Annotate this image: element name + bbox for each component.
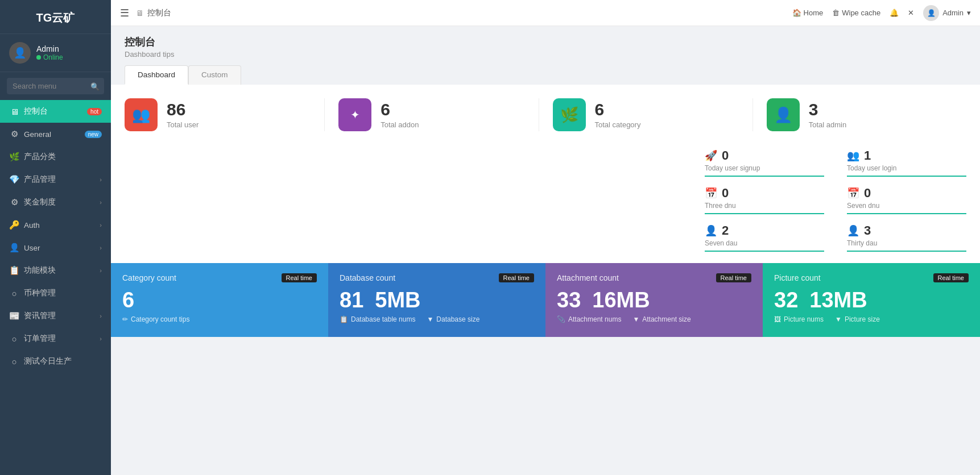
dashboard-icon: 🖥	[9, 107, 19, 116]
card-num-picture-size: 13MB	[809, 289, 867, 311]
card-num-database: 81	[340, 289, 363, 311]
card-footer-label: Attachment nums	[568, 315, 621, 323]
card-num-attachment: 33	[557, 289, 581, 311]
tab-dashboard[interactable]: Dashboard	[125, 65, 188, 85]
card-footer-label: Database size	[436, 315, 479, 323]
stats-row: 👥 86 Total user ✦ 6 Total addon �	[125, 98, 966, 131]
three-dnu-number: 0	[722, 186, 729, 201]
sidebar: TG云矿 👤 Admin Online 🔍 🖥 控制台 hot ⚙ Genera…	[0, 0, 111, 475]
sidebar-item-test-today[interactable]: ○ 测试今日生产	[0, 350, 111, 373]
arrow-icon: ›	[100, 312, 102, 319]
card-title-category: Category count	[122, 273, 176, 282]
status-dot	[36, 55, 41, 60]
sidebar-item-label: 资讯管理	[24, 311, 56, 321]
card-title-picture: Picture count	[774, 273, 821, 282]
function-module-icon: 📋	[9, 265, 19, 276]
topbar-icon1[interactable]: 🔔	[890, 9, 899, 17]
card-footer-label: Attachment size	[642, 315, 690, 323]
mini-stat-today-signup: 🚀 0 Today user signup	[705, 148, 824, 177]
stat-label-admin: Total admin	[809, 120, 846, 129]
stat-card-users: 👥 86 Total user	[125, 98, 325, 131]
login-number: 1	[864, 148, 871, 163]
card-num-category: 6	[122, 289, 134, 311]
content-area: 控制台 Dashboard tips Dashboard Custom 👥 86…	[111, 26, 980, 475]
sidebar-item-currency[interactable]: ○ 币种管理	[0, 282, 111, 305]
card-footer-database-size: ▼ Database size	[427, 315, 479, 323]
filter2-icon: ▼	[632, 315, 639, 323]
card-num-attachment-size: 16MB	[592, 289, 650, 311]
sidebar-item-user[interactable]: 👤 User ›	[0, 236, 111, 259]
stat-label-users: Total user	[167, 120, 199, 129]
general-icon: ⚙	[9, 129, 19, 139]
bonus-icon: ⚙	[9, 197, 19, 207]
main-area: ☰ 🖥 控制台 🏠 Home 🗑 Wipe cache 🔔 ✕ 👤 Admin …	[111, 0, 980, 475]
hot-badge: hot	[87, 108, 102, 115]
test-today-icon: ○	[9, 357, 19, 366]
new-badge: new	[85, 131, 102, 138]
wipe-cache-label: Wipe cache	[842, 9, 880, 17]
sidebar-item-order[interactable]: ○ 订单管理 ›	[0, 327, 111, 350]
sidebar-item-label: General	[24, 130, 51, 139]
app-logo: TG云矿	[0, 0, 111, 34]
sidebar-item-label: 订单管理	[24, 334, 56, 344]
sidebar-item-auth[interactable]: 🔑 Auth ›	[0, 214, 111, 236]
mini-stats-grid: 🚀 0 Today user signup 👥 1 Today user log…	[705, 148, 966, 252]
search-container: 🔍	[7, 78, 104, 94]
sidebar-item-general[interactable]: ⚙ General new	[0, 123, 111, 145]
signup-number: 0	[722, 148, 729, 163]
bottom-card-category: Category count Real time 6 ✏ Category co…	[111, 263, 328, 337]
home-link[interactable]: 🏠 Home	[792, 9, 824, 17]
card-footer-picture-size: ▼ Picture size	[835, 315, 880, 323]
dashboard-body: 👥 86 Total user ✦ 6 Total addon �	[111, 85, 980, 337]
thirty-dau-icon: 👤	[847, 224, 859, 237]
admin-user[interactable]: 👤 Admin ▾	[923, 5, 971, 21]
breadcrumb: 🖥 控制台	[136, 8, 171, 18]
seven-dau-number: 2	[722, 223, 729, 238]
sidebar-item-label: 测试今日生产	[24, 356, 72, 366]
sidebar-item-function-module[interactable]: 📋 功能模块 ›	[0, 259, 111, 282]
realtime-badge-database: Real time	[499, 273, 534, 282]
filter3-icon: ▼	[835, 315, 842, 323]
sidebar-item-label: 控制台	[24, 106, 48, 116]
three-dnu-label: Three dnu	[705, 202, 824, 210]
mini-stat-seven-dnu: 📅 0 Seven dnu	[847, 186, 966, 214]
stat-number-admin: 3	[809, 101, 846, 118]
order-icon: ○	[9, 334, 19, 344]
card-num-database-size: 5MB	[375, 289, 420, 311]
search-input[interactable]	[7, 78, 104, 94]
news-icon: 📰	[9, 311, 19, 321]
attachment-icon: 📎	[557, 315, 565, 323]
mini-stat-today-login: 👥 1 Today user login	[847, 148, 966, 177]
seven-dnu-number: 0	[864, 186, 871, 201]
home-label: Home	[804, 9, 824, 17]
sidebar-item-dashboard[interactable]: 🖥 控制台 hot	[0, 100, 111, 123]
mini-stat-thirty-dau: 👤 3 Thirty dau	[847, 223, 966, 252]
card-footer-label: Picture nums	[784, 315, 824, 323]
realtime-badge-attachment: Real time	[716, 273, 751, 282]
sidebar-item-product-manage[interactable]: 💎 产品管理 ›	[0, 168, 111, 191]
sidebar-item-label: 产品分类	[24, 152, 56, 162]
card-footer-attachment-nums: 📎 Attachment nums	[557, 315, 621, 323]
tab-custom[interactable]: Custom	[188, 65, 241, 85]
card-footer-attachment-size: ▼ Attachment size	[632, 315, 690, 323]
stat-label-addon: Total addon	[381, 120, 419, 129]
sidebar-item-news[interactable]: 📰 资讯管理 ›	[0, 305, 111, 327]
sidebar-item-label: User	[24, 244, 40, 252]
page-title: 控制台	[125, 35, 966, 49]
menu-toggle-button[interactable]: ☰	[120, 7, 129, 19]
dropdown-icon: ▾	[967, 9, 971, 17]
sidebar-item-product-category[interactable]: 🌿 产品分类	[0, 145, 111, 168]
sidebar-item-bonus[interactable]: ⚙ 奖金制度 ›	[0, 191, 111, 214]
topbar-close-icon[interactable]: ✕	[908, 9, 914, 17]
admin-label: Admin	[942, 9, 964, 17]
topbar-left: ☰ 🖥 控制台	[120, 7, 171, 19]
bottom-card-database: Database count Real time 81 5MB 📋 Databa…	[328, 263, 545, 337]
stat-label-category: Total category	[595, 120, 641, 129]
user-status: Online	[36, 53, 63, 61]
arrow-icon: ›	[100, 176, 102, 183]
card-title-attachment: Attachment count	[557, 273, 619, 282]
auth-icon: 🔑	[9, 220, 19, 230]
wipe-cache-link[interactable]: 🗑 Wipe cache	[832, 9, 880, 17]
card-title-database: Database count	[340, 273, 395, 282]
page-subtitle: Dashboard tips	[125, 50, 966, 59]
